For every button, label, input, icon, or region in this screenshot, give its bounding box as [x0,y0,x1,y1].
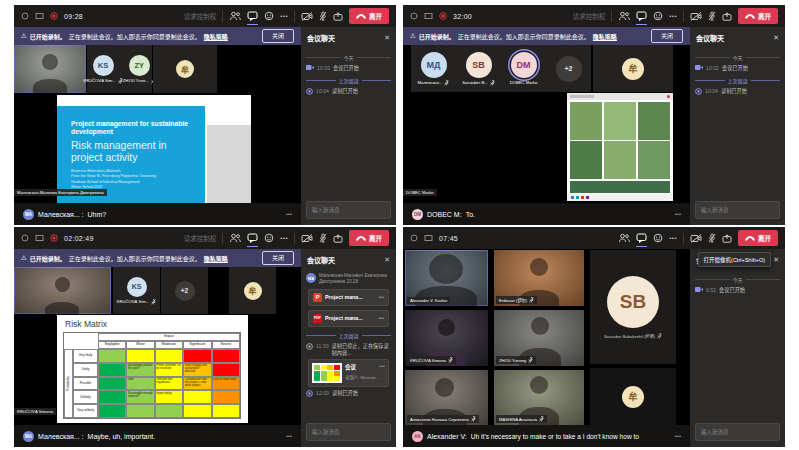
event-time: 10:04 [705,88,718,95]
mic-off-icon[interactable] [708,233,716,243]
participant-tile[interactable]: KS KRUČOVÁ Sim... ZY ZHOU Yuno... [87,45,152,93]
person-silhouette [438,319,455,336]
participant-tile[interactable]: МД Малевская... SB Sanauber B... DM DOBE… [411,45,591,92]
participant-tile[interactable]: KS KRUČOVÁ Sim... [113,267,160,314]
participant-speaking[interactable]: DM DOBEC Marko [501,52,546,85]
video-tile[interactable]: Alexander V. Kozlov [405,250,488,306]
recording-more-icon[interactable]: ••• [379,363,385,371]
camera-off-icon[interactable] [301,234,313,243]
participant[interactable]: KS KRUČOVÁ Sim... [83,55,123,84]
participant-overflow-tile[interactable]: +2 [161,267,208,314]
participant-tile[interactable]: SB Sanauber Babakenhil (萨娜) [590,250,676,364]
video-tile[interactable]: KRUČOVÁ Simona [405,310,488,366]
participants-icon[interactable] [618,11,630,21]
chat-icon[interactable] [247,233,258,243]
leave-button[interactable]: 离开 [349,8,389,24]
participant[interactable]: МД Малевская... [411,52,456,86]
mic-off-icon[interactable] [319,233,327,243]
camera-off-icon[interactable] [690,12,702,21]
participant-tile[interactable]: 牟 [153,45,217,93]
caption-more-icon[interactable]: ••• [286,211,292,217]
participants-icon[interactable] [618,233,630,243]
tile-name-label: MASHINA Anastasia [499,417,537,422]
more-options-icon[interactable]: ••• [669,235,677,241]
request-control-button[interactable]: 请求控制权 [184,233,217,243]
close-icon[interactable]: ✕ [773,34,779,42]
meeting-topbar: 07:45 ••• 离开 [403,227,785,249]
caption-more-icon[interactable]: ••• [286,433,292,439]
video-tile[interactable]: Erdouan (伊尔) [494,250,584,306]
reactions-icon[interactable] [653,11,663,21]
leave-button[interactable]: 离开 [738,230,778,246]
mic-off-icon[interactable] [319,11,327,21]
chat-input[interactable]: 输入新消息 [306,201,391,219]
request-control-button[interactable]: 请求控制权 [184,11,217,21]
participant-overflow[interactable]: +2 [546,56,591,82]
reactions-icon[interactable] [264,11,274,21]
attachment-ppt[interactable]: P Project mana... ••• [308,289,389,306]
mic-off-icon[interactable] [708,11,716,21]
chat-input[interactable]: 输入新消息 [695,423,780,441]
attachment-more-icon[interactable]: ••• [378,315,384,321]
caption-more-icon[interactable]: ••• [675,211,681,217]
reactions-icon[interactable] [264,233,274,243]
more-options-icon[interactable]: ••• [280,13,288,19]
video-tile-speaker[interactable] [14,267,111,314]
presence-ring-icon [21,234,29,242]
participants-icon[interactable] [229,233,241,243]
meeting-stage: МД Малевская... SB Sanauber B... DM DOBE… [403,45,690,203]
share-tray-icon[interactable] [333,234,343,243]
attachment-pdf[interactable]: PDF Project mana... ••• [308,310,389,327]
participant[interactable]: KS KRUČOVÁ Sim... [113,277,160,305]
participant[interactable]: SB Sanauber B... [456,52,501,86]
request-control-button[interactable]: 请求控制权 [573,11,606,21]
attachment-more-icon[interactable]: ••• [378,294,384,300]
video-tile[interactable]: ZHOU Yunong [494,310,584,366]
participant-tile[interactable]: 牟 [229,267,276,314]
caption-avatar: МА [23,431,34,442]
avatar: +2 [175,281,195,301]
chat-icon[interactable] [636,11,647,21]
message-avatar: МА [306,273,316,283]
reactions-icon[interactable] [653,233,663,243]
matrix-cell [98,390,126,404]
chat-input[interactable]: 输入新消息 [306,423,391,441]
privacy-link[interactable]: 隐私策略 [204,32,228,41]
close-icon[interactable]: ✕ [384,34,390,42]
participants-icon[interactable] [229,11,241,21]
event-time: 10:04 [316,88,329,95]
close-icon[interactable]: ✕ [773,256,779,264]
share-tray-icon[interactable] [722,12,732,21]
person-silhouette [55,277,70,292]
chat-icon[interactable] [636,233,647,243]
camera-off-icon[interactable] [301,12,313,21]
share-tray-icon[interactable] [722,234,732,243]
leave-button[interactable]: 离开 [738,8,778,24]
video-tile[interactable]: Алексеева Наташа Сергеевна [405,370,488,425]
caption-more-icon[interactable]: ••• [675,433,681,439]
camera-off-icon[interactable] [690,234,702,243]
leave-button[interactable]: 离开 [349,230,389,246]
banner-close-button[interactable]: 关闭 [262,29,294,43]
participant-tile[interactable]: 牟 [590,368,676,425]
close-icon[interactable]: ✕ [384,256,390,264]
chat-input[interactable]: 输入新消息 [695,201,780,219]
privacy-link[interactable]: 隐私策略 [204,254,228,263]
banner-close-button[interactable]: 关闭 [651,29,683,43]
matrix-cell: Telecom and regulations [155,377,183,391]
meeting-stage: KS KRUČOVÁ Sim... +2 牟 Risk Matrix Impac… [14,267,301,425]
participant-name: Sanauber B... [462,80,488,85]
recording-card[interactable]: 会议••• 录制人: Малевс... [308,359,389,387]
video-tile[interactable]: MASHINA Anastasia [494,370,584,425]
chat-icon[interactable] [247,11,258,21]
matrix-cell [155,404,183,418]
participant[interactable]: ZY ZHOU Yuno... [123,55,156,84]
participant-tile[interactable]: 牟 [593,45,673,92]
more-options-icon[interactable]: ••• [669,13,677,19]
privacy-link[interactable]: 隐私策略 [593,32,617,41]
mic-muted-icon [539,416,544,422]
share-tray-icon[interactable] [333,12,343,21]
more-options-icon[interactable]: ••• [280,235,288,241]
banner-close-button[interactable]: 关闭 [262,251,294,265]
video-tile-speaker[interactable] [14,45,86,93]
